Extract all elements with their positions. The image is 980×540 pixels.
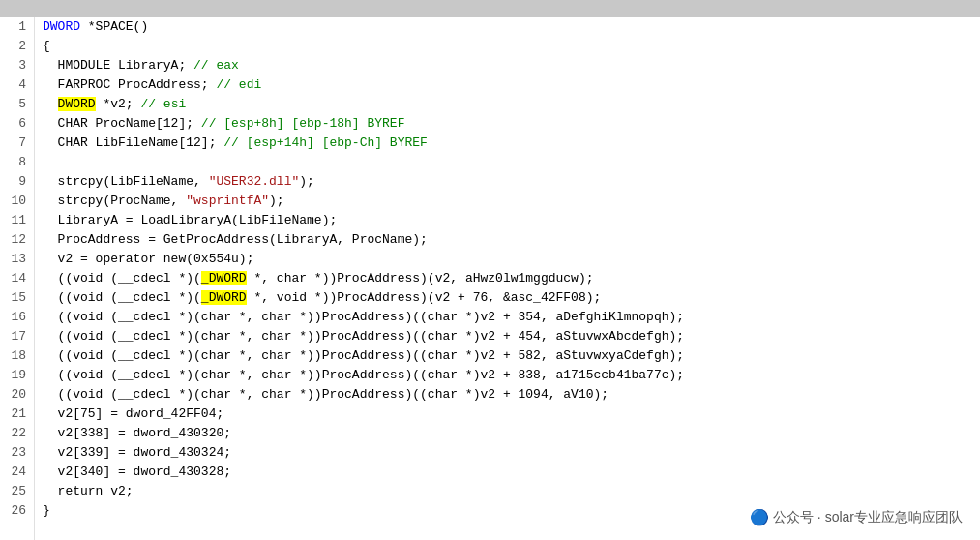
code-line: FARPROC ProcAddress; // edi <box>43 75 980 95</box>
line-number: 26 <box>4 501 26 521</box>
code-comment: // edi <box>216 77 261 92</box>
wx-icon: 🔵 <box>750 508 769 526</box>
keyword-dword: DWORD <box>43 19 80 34</box>
line-number: 13 <box>4 250 26 269</box>
code-line: ((void (__cdecl *)(_DWORD *, void *))Pro… <box>43 288 980 308</box>
keyword-dword-highlighted: _DWORD <box>201 290 247 305</box>
code-line: DWORD *SPACE() <box>43 17 980 37</box>
code-line: return v2; <box>43 482 980 501</box>
line-number: 11 <box>4 211 26 230</box>
top-bar <box>0 0 980 17</box>
line-number: 2 <box>4 37 26 56</box>
line-number: 23 <box>4 443 26 463</box>
line-number: 9 <box>4 172 26 192</box>
code-line: ((void (__cdecl *)(char *, char *))ProcA… <box>43 327 980 346</box>
code-comment: // esi <box>140 97 186 111</box>
code-line: v2[338] = dword_430320; <box>43 424 980 443</box>
line-number: 21 <box>4 405 26 424</box>
line-number: 18 <box>4 346 26 366</box>
code-comment: // [esp+8h] [ebp-18h] BYREF <box>201 116 405 131</box>
line-number: 7 <box>4 134 26 153</box>
line-number: 5 <box>4 95 26 114</box>
line-number: 3 <box>4 56 26 75</box>
code-line: ((void (__cdecl *)(char *, char *))ProcA… <box>43 385 980 405</box>
keyword-dword-highlighted: DWORD <box>58 97 96 111</box>
line-number: 15 <box>4 288 26 308</box>
code-line: v2[75] = dword_42FF04; <box>43 405 980 424</box>
line-number: 1 <box>4 17 26 37</box>
code-line: LibraryA = LoadLibraryA(LibFileName); <box>43 211 980 230</box>
code-comment: // [esp+14h] [ebp-Ch] BYREF <box>223 135 428 150</box>
line-number: 6 <box>4 114 26 134</box>
code-line: CHAR ProcName[12]; // [esp+8h] [ebp-18h]… <box>43 114 980 134</box>
code-line: strcpy(ProcName, "wsprintfA"); <box>43 192 980 211</box>
line-number: 12 <box>4 230 26 250</box>
code-line: HMODULE LibraryA; // eax <box>43 56 980 75</box>
string-literal: "USER32.dll" <box>209 174 300 189</box>
line-number: 25 <box>4 482 26 501</box>
code-line: v2[339] = dword_430324; <box>43 443 980 463</box>
string-literal: "wsprintfA" <box>186 194 269 208</box>
code-line: ((void (__cdecl *)(char *, char *))ProcA… <box>43 366 980 385</box>
code-line: { <box>43 37 980 56</box>
line-number: 16 <box>4 308 26 327</box>
code-container: 1234567891011121314151617181920212223242… <box>0 0 980 540</box>
code-line <box>43 153 980 172</box>
code-line: DWORD *v2; // esi <box>43 95 980 114</box>
watermark: 🔵 公众号 · solar专业应急响应团队 <box>750 508 963 526</box>
code-area: 1234567891011121314151617181920212223242… <box>0 17 980 540</box>
code-line: ProcAddress = GetProcAddress(LibraryA, P… <box>43 230 980 250</box>
line-number: 10 <box>4 192 26 211</box>
code-line: CHAR LibFileName[12]; // [esp+14h] [ebp-… <box>43 134 980 153</box>
code-line: strcpy(LibFileName, "USER32.dll"); <box>43 172 980 192</box>
code-line: v2[340] = dword_430328; <box>43 463 980 482</box>
line-number: 22 <box>4 424 26 443</box>
code-line: ((void (__cdecl *)(char *, char *))ProcA… <box>43 308 980 327</box>
line-numbers: 1234567891011121314151617181920212223242… <box>0 17 35 540</box>
line-number: 14 <box>4 269 26 288</box>
line-number: 20 <box>4 385 26 405</box>
line-number: 8 <box>4 153 26 172</box>
code-line: v2 = operator new(0x554u); <box>43 250 980 269</box>
line-number: 17 <box>4 327 26 346</box>
code-comment: // eax <box>193 58 239 73</box>
code-line: ((void (__cdecl *)(_DWORD *, char *))Pro… <box>43 269 980 288</box>
line-number: 19 <box>4 366 26 385</box>
line-number: 4 <box>4 75 26 95</box>
code-line: ((void (__cdecl *)(char *, char *))ProcA… <box>43 346 980 366</box>
keyword-dword-highlighted: _DWORD <box>201 271 247 285</box>
line-number: 24 <box>4 463 26 482</box>
code-lines: DWORD *SPACE(){ HMODULE LibraryA; // eax… <box>35 17 980 540</box>
watermark-text: 公众号 · solar专业应急响应团队 <box>773 509 963 526</box>
